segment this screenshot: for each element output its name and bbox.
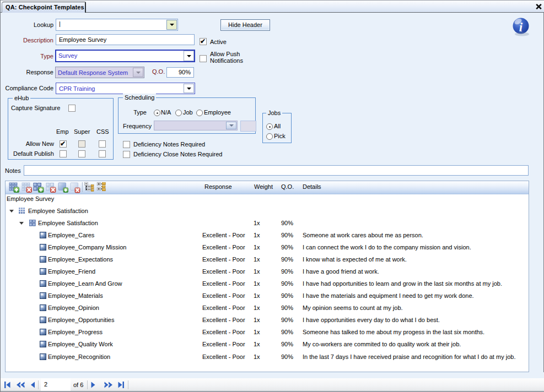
svg-text:i: i — [519, 20, 523, 34]
